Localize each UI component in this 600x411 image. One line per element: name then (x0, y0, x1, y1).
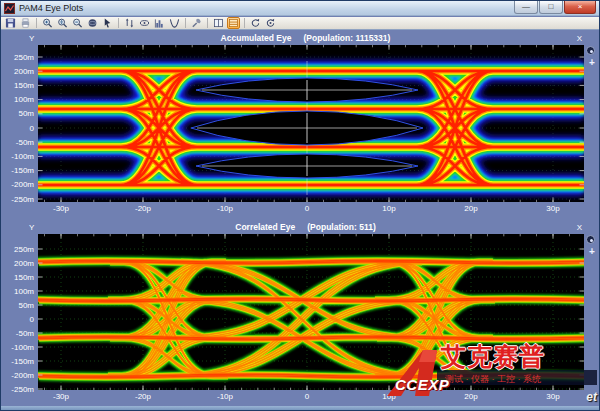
window-bottom-border (1, 406, 599, 410)
rotate-3d-icon[interactable] (86, 17, 99, 29)
toolbar-separator (36, 18, 37, 28)
zoom-normal-icon[interactable] (56, 17, 69, 29)
toolbar-separator (244, 18, 245, 28)
settings-icon[interactable] (190, 17, 203, 29)
reset-all-icon[interactable] (264, 17, 277, 29)
vertical-markers-icon[interactable] (123, 17, 136, 29)
y-tick-label: -150m (2, 166, 34, 175)
x-tick-label: 30p (538, 392, 568, 401)
y-tick-label: -200m (2, 371, 34, 380)
y-tick-label: 250m (2, 53, 34, 62)
y-tick-label: 50m (2, 109, 34, 118)
print-icon[interactable] (19, 17, 32, 29)
x-axis-label: X (577, 34, 582, 43)
x-tick-label: 10p (374, 204, 404, 213)
y-tick-label: 200m (2, 67, 34, 76)
x-tick-label: 0 (292, 204, 322, 213)
y-tick-label: 150m (2, 273, 34, 282)
zoom-out-icon[interactable] (71, 17, 84, 29)
client-area: Y Accumulated Eye(Population: 1115331) X… (2, 31, 600, 407)
panel-options-icon[interactable] (586, 46, 595, 55)
x-tick-label: -10p (210, 392, 240, 401)
x-tick-label: 0 (292, 392, 322, 401)
y-tick-label: -250m (2, 385, 34, 394)
y-tick-label: 150m (2, 81, 34, 90)
y-tick-label: 250m (2, 245, 34, 254)
panel-options-icon[interactable] (586, 235, 595, 244)
titlebar[interactable]: PAM4 Eye Plots — □ × (1, 1, 599, 16)
stacked-view-icon[interactable] (227, 17, 240, 29)
histogram-icon[interactable] (153, 17, 166, 29)
correlated-eye-panel: Y Correlated Eye(Population: 511) X 250m… (2, 220, 600, 403)
accumulated-eye-plot[interactable] (38, 45, 584, 202)
eye-mask-icon[interactable] (138, 17, 151, 29)
x-axis-label: X (577, 223, 582, 232)
toolbar-separator (207, 18, 208, 28)
accumulated-eye-panel: Y Accumulated Eye(Population: 1115331) X… (2, 31, 600, 215)
y-tick-label: -250m (2, 195, 34, 204)
two-pane-view-icon[interactable] (212, 17, 225, 29)
panel-add-icon[interactable]: + (586, 247, 598, 256)
x-tick-label: -20p (128, 392, 158, 401)
data-cursor-icon[interactable] (101, 17, 114, 29)
pam4-eye-plots-window: PAM4 Eye Plots — □ × Y Accumulated Eye(P… (0, 0, 600, 411)
y-tick-label: 100m (2, 287, 34, 296)
y-tick-label: -100m (2, 343, 34, 352)
x-tick-label: 20p (456, 204, 486, 213)
maximize-button[interactable]: □ (539, 1, 563, 14)
x-tick-label: -30p (46, 204, 76, 213)
app-icon (4, 3, 15, 14)
panel-title-text: Correlated Eye (235, 222, 295, 232)
x-tick-label: -20p (128, 204, 158, 213)
x-tick-label: 10p (374, 392, 404, 401)
y-tick-label: -200m (2, 180, 34, 189)
toolbar-separator (118, 18, 119, 28)
accumulated-eye-header: Y Accumulated Eye(Population: 1115331) X (2, 31, 600, 45)
x-tick-label: -10p (210, 204, 240, 213)
panel-title-text: Accumulated Eye (221, 33, 292, 43)
panel-add-icon[interactable]: + (586, 58, 598, 67)
y-tick-label: -100m (2, 152, 34, 161)
panel-title: Accumulated Eye(Population: 1115331) (34, 33, 576, 43)
y-tick-label: -50m (2, 138, 34, 147)
y-tick-label: 50m (2, 301, 34, 310)
reset-view-icon[interactable] (249, 17, 262, 29)
zoom-in-icon[interactable] (41, 17, 54, 29)
population-label: (Population: 1115331) (303, 33, 390, 43)
minimize-button[interactable]: — (514, 1, 538, 14)
x-tick-label: -30p (46, 392, 76, 401)
toolbar-separator (185, 18, 186, 28)
x-tick-label: 20p (456, 392, 486, 401)
correlated-eye-plot[interactable] (38, 234, 584, 390)
y-tick-label: 100m (2, 95, 34, 104)
x-tick-label: 30p (538, 204, 568, 213)
y-tick-label: 0 (2, 124, 34, 133)
y-tick-label: -50m (2, 329, 34, 338)
correlated-eye-header: Y Correlated Eye(Population: 511) X (2, 220, 600, 234)
save-icon[interactable] (4, 17, 17, 29)
panel-title: Correlated Eye(Population: 511) (34, 222, 576, 232)
y-tick-label: 200m (2, 259, 34, 268)
y-tick-label: -150m (2, 357, 34, 366)
y-tick-label: 0 (2, 315, 34, 324)
toolbar (1, 17, 599, 30)
window-title: PAM4 Eye Plots (19, 3, 83, 14)
population-label: (Population: 511) (307, 222, 375, 232)
close-button[interactable]: × (564, 1, 596, 14)
bathtub-icon[interactable] (168, 17, 181, 29)
